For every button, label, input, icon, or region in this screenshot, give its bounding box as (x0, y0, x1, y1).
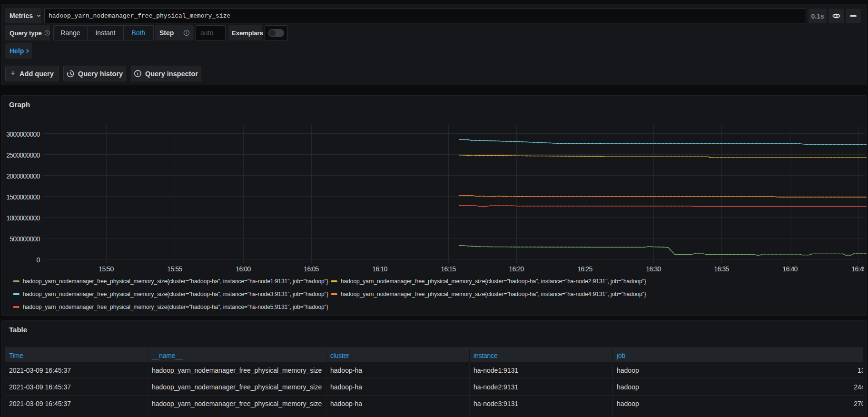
svg-text:16:05: 16:05 (304, 265, 319, 273)
svg-text:15:50: 15:50 (99, 265, 114, 273)
svg-text:16:20: 16:20 (509, 265, 524, 273)
svg-text:1000000000: 1000000000 (6, 214, 40, 222)
svg-text:16:15: 16:15 (441, 265, 456, 273)
svg-text:16:25: 16:25 (577, 265, 592, 273)
svg-text:2000000000: 2000000000 (6, 172, 40, 180)
svg-text:0: 0 (36, 256, 40, 264)
svg-text:16:30: 16:30 (646, 265, 661, 273)
svg-text:16:40: 16:40 (782, 265, 798, 273)
svg-text:16:00: 16:00 (236, 265, 251, 273)
svg-text:16:35: 16:35 (714, 265, 729, 273)
svg-text:2500000000: 2500000000 (6, 151, 40, 159)
svg-text:15:55: 15:55 (167, 265, 182, 273)
svg-text:500000000: 500000000 (10, 235, 40, 243)
svg-text:16:10: 16:10 (372, 265, 387, 273)
svg-text:3000000000: 3000000000 (6, 130, 40, 138)
svg-text:1500000000: 1500000000 (6, 193, 40, 201)
